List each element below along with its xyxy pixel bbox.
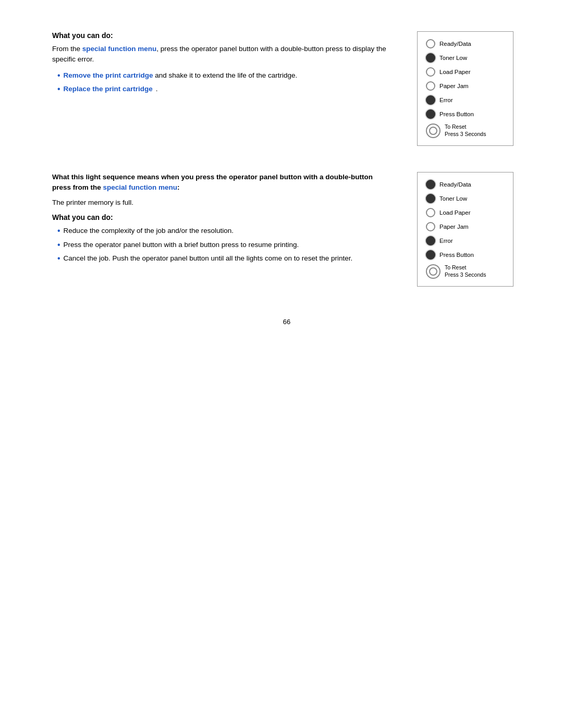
led-row-ready-data-2: Ready/Data: [426, 180, 505, 189]
led-label-press-button-1: Press Button: [439, 111, 474, 117]
reset-label-1: To Reset Press 3 Seconds: [445, 124, 486, 138]
section-2-body: The printer memory is full.: [52, 198, 391, 208]
led-reset-2: [426, 264, 440, 279]
led-error-2: [426, 236, 435, 245]
led-label-toner-low-2: Toner Low: [439, 195, 467, 202]
led-toner-low-2: [426, 194, 435, 203]
led-row-ready-data-1: Ready/Data: [426, 39, 505, 48]
led-label-paper-jam-1: Paper Jam: [439, 83, 469, 89]
led-error-1: [426, 95, 435, 105]
section-1-bullets: Remove the print cartridge and shake it …: [57, 70, 391, 95]
led-label-ready-data-2: Ready/Data: [439, 181, 471, 188]
section-2-content: What this light sequence means when you …: [52, 172, 401, 287]
led-label-ready-data-1: Ready/Data: [439, 41, 471, 47]
page: What you can do: From the special functi…: [0, 0, 563, 728]
bullet-2-end: .: [156, 84, 158, 94]
led-row-press-button-2: Press Button: [426, 250, 505, 260]
section-1-body: From the special function menu, press th…: [52, 44, 391, 65]
replace-cartridge-label: Replace the print cartridge: [64, 84, 153, 94]
section-1: What you can do: From the special functi…: [52, 31, 521, 146]
led-row-press-button-1: Press Button: [426, 109, 505, 119]
led-reset-inner-1: [429, 127, 437, 135]
led-reset-1: [426, 124, 440, 138]
special-function-menu-link-2: special function menu: [103, 183, 178, 191]
led-ready-data-2: [426, 180, 435, 189]
bullet-1: Remove the print cartridge and shake it …: [57, 70, 391, 81]
section-2-bullets: Reduce the complexity of the job and/or …: [57, 226, 391, 264]
led-reset-inner-2: [429, 267, 437, 276]
page-number: 66: [52, 318, 521, 326]
led-label-paper-jam-2: Paper Jam: [439, 224, 469, 230]
led-label-press-button-2: Press Button: [439, 252, 474, 258]
led-diagram-1: Ready/Data Toner Low Load Paper Paper Ja…: [417, 31, 513, 146]
led-ready-data-1: [426, 39, 435, 48]
section-2: What this light sequence means when you …: [52, 172, 521, 287]
section-2-diagram: Ready/Data Toner Low Load Paper Paper Ja…: [417, 172, 521, 287]
led-diagram-2: Ready/Data Toner Low Load Paper Paper Ja…: [417, 172, 513, 287]
led-label-load-paper-2: Load Paper: [439, 209, 470, 216]
special-function-menu-link-1: special function menu: [82, 45, 157, 53]
bullet-s2-2: Press the operator panel button with a b…: [57, 240, 391, 251]
section-1-diagram: Ready/Data Toner Low Load Paper Paper Ja…: [417, 31, 521, 146]
led-load-paper-2: [426, 208, 435, 217]
led-label-toner-low-1: Toner Low: [439, 55, 467, 61]
led-row-toner-low-2: Toner Low: [426, 194, 505, 203]
led-label-error-2: Error: [439, 238, 453, 244]
led-paper-jam-1: [426, 81, 435, 91]
reset-label-2: To Reset Press 3 Seconds: [445, 264, 486, 278]
led-row-load-paper-2: Load Paper: [426, 208, 505, 217]
led-row-toner-low-1: Toner Low: [426, 53, 505, 63]
led-load-paper-1: [426, 67, 435, 77]
reset-row-2: To Reset Press 3 Seconds: [426, 264, 505, 279]
bullet-2: Replace the print cartridge.: [57, 84, 391, 95]
bullet-s2-1: Reduce the complexity of the job and/or …: [57, 226, 391, 237]
led-label-load-paper-1: Load Paper: [439, 69, 470, 75]
section-2-heading: What this light sequence means when you …: [52, 172, 391, 193]
led-toner-low-1: [426, 53, 435, 63]
led-label-error-1: Error: [439, 97, 453, 103]
section-1-content: What you can do: From the special functi…: [52, 31, 401, 146]
led-press-button-2: [426, 250, 435, 260]
led-row-error-1: Error: [426, 95, 505, 105]
what-you-can-do-2: What you can do:: [52, 213, 391, 221]
remove-cartridge-label: Remove the print cartridge: [64, 71, 153, 79]
led-row-load-paper-1: Load Paper: [426, 67, 505, 77]
reset-row-1: To Reset Press 3 Seconds: [426, 124, 505, 138]
bullet-s2-3: Cancel the job. Push the operator panel …: [57, 253, 391, 264]
led-row-error-2: Error: [426, 236, 505, 245]
led-paper-jam-2: [426, 222, 435, 231]
led-press-button-1: [426, 109, 435, 119]
what-you-can-do-1: What you can do:: [52, 31, 391, 40]
led-row-paper-jam-1: Paper Jam: [426, 81, 505, 91]
led-row-paper-jam-2: Paper Jam: [426, 222, 505, 231]
